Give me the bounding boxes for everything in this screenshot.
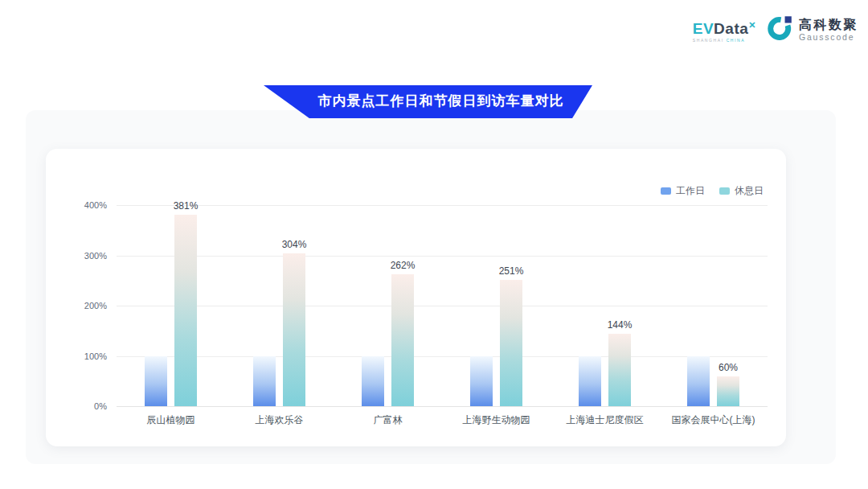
title-banner: 市内景点工作日和节假日到访车量对比: [264, 85, 592, 118]
legend-item-1[interactable]: 休息日: [719, 184, 764, 198]
y-axis-tick: 100%: [59, 351, 107, 361]
bar-restday: [717, 376, 739, 407]
chart-plot-area: 0%100%200%300%400%381%辰山植物园304%上海欢乐谷262%…: [117, 205, 768, 406]
bar-restday: [174, 215, 197, 406]
page: EVData✕ SHANGHAI CHINA 高科数聚 Gausscode 市内…: [0, 0, 868, 489]
header-logos: EVData✕ SHANGHAI CHINA 高科数聚 Gausscode: [693, 14, 858, 44]
x-axis-label: 上海迪士尼度假区: [551, 413, 659, 427]
gausscode-logo: 高科数聚 Gausscode: [768, 14, 858, 44]
legend-marker-icon: [661, 187, 671, 195]
x-axis-label: 上海欢乐谷: [225, 413, 334, 427]
bar-workday: [579, 356, 601, 407]
chart-legend: 工作日休息日: [661, 184, 764, 198]
evdata-x-mark: ✕: [748, 20, 756, 30]
x-axis-label: 国家会展中心(上海): [659, 413, 768, 427]
legend-label: 工作日: [676, 184, 705, 198]
y-axis-tick: 300%: [59, 251, 107, 261]
x-axis-label: 上海野生动物园: [442, 413, 551, 427]
legend-item-0[interactable]: 工作日: [661, 184, 705, 198]
gausscode-text: 高科数聚 Gausscode: [799, 18, 858, 42]
bar-restday: [391, 274, 414, 406]
evdata-wordmark: EVData✕: [693, 18, 756, 36]
evdata-subtext: SHANGHAI CHINA: [693, 38, 745, 43]
y-axis-tick: 200%: [59, 301, 107, 310]
evdata-logo: EVData✕ SHANGHAI CHINA: [693, 14, 756, 43]
gridline: [117, 406, 768, 407]
bar-value-label: 304%: [266, 239, 322, 250]
y-axis-tick: 0%: [59, 401, 107, 411]
bar-workday: [470, 356, 493, 407]
gausscode-cn: 高科数聚: [799, 18, 858, 32]
x-axis-label: 辰山植物园: [117, 413, 225, 427]
bar-group: 251%上海野生动物园: [442, 205, 551, 406]
bar-value-label: 251%: [483, 265, 539, 277]
bar-restday: [283, 253, 305, 406]
bar-restday: [500, 280, 522, 406]
gausscode-en: Gausscode: [799, 32, 858, 42]
bar-group: 144%上海迪士尼度假区: [551, 205, 659, 406]
bar-workday: [145, 356, 167, 407]
x-axis-label: 广富林: [334, 413, 442, 427]
bar-value-label: 144%: [592, 319, 648, 331]
bar-group: 60%国家会展中心(上海): [659, 205, 768, 406]
bar-value-label: 262%: [375, 260, 431, 271]
bar-group: 262%广富林: [334, 205, 442, 406]
bar-chart: 工作日休息日 0%100%200%300%400%381%辰山植物园304%上海…: [46, 149, 786, 446]
legend-marker-icon: [719, 187, 730, 195]
page-title: 市内景点工作日和节假日到访车量对比: [318, 92, 564, 112]
bar-value-label: 381%: [158, 200, 214, 212]
bar-group: 304%上海欢乐谷: [225, 205, 334, 406]
legend-label: 休息日: [735, 184, 764, 198]
bar-value-label: 60%: [700, 362, 756, 373]
gausscode-c-icon: [768, 14, 794, 44]
y-axis-tick: 400%: [59, 200, 107, 210]
bar-group: 381%辰山植物园: [117, 205, 225, 406]
content-panel: 工作日休息日 0%100%200%300%400%381%辰山植物园304%上海…: [26, 110, 836, 464]
bar-workday: [253, 356, 276, 407]
bar-workday: [362, 356, 384, 407]
bar-restday: [608, 334, 631, 406]
chart-card: 工作日休息日 0%100%200%300%400%381%辰山植物园304%上海…: [46, 149, 786, 446]
